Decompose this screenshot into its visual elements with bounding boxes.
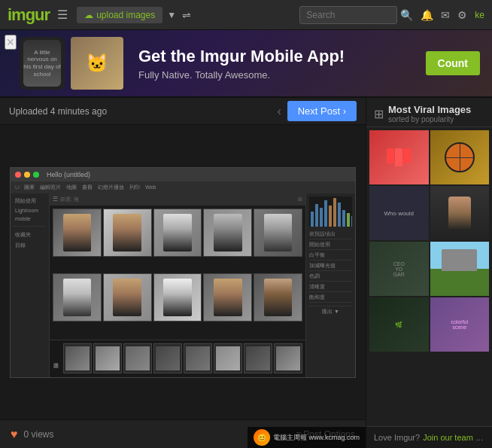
lr-film-1[interactable] [63, 343, 92, 373]
lr-thumb-3[interactable] [153, 209, 202, 258]
lr-right-item-4: 加減曝光值 [309, 261, 352, 271]
lr-histogram [309, 197, 352, 227]
lr-photo-grid [50, 206, 305, 340]
envelope-icon[interactable]: ✉ [441, 9, 450, 21]
lr-filmstrip: 篩選 [50, 340, 305, 377]
sidebar-thumb-8[interactable]: colorfulscene [430, 297, 490, 352]
search-icon[interactable]: 🔍 [400, 9, 413, 21]
upload-button[interactable]: ☁ upload images [77, 7, 162, 23]
sidebar-thumb-5[interactable]: CEOYOGAR [369, 242, 429, 296]
header-icons: 🔔 ✉ ⚙ ke [421, 9, 484, 21]
lr-left-item-3: mobile [14, 215, 46, 222]
lr-toolbar-label: 篩選: 無 [60, 196, 79, 203]
love-text: Love Imgur? [374, 433, 420, 442]
lr-left-item-5: 目錄 [14, 241, 46, 250]
sidebar-thumb-2[interactable] [430, 130, 490, 184]
bell-icon[interactable]: 🔔 [421, 9, 433, 21]
lr-titlebar: Hello (untitled) [11, 168, 355, 181]
join-link[interactable]: Join our team [423, 433, 473, 442]
lr-left-item-2: Lightroom [14, 207, 46, 214]
lr-thumb-8[interactable] [153, 273, 202, 322]
lr-thumb-4[interactable] [203, 209, 252, 258]
lr-left-panel: 開始使用 Lightroom mobile 收藏夾 目錄 [11, 194, 50, 377]
lr-thumb-6[interactable] [53, 273, 102, 322]
upload-cloud-icon: ☁ [84, 10, 93, 20]
sidebar-thumb-6[interactable] [430, 242, 490, 296]
ad-cta-button[interactable]: Count [426, 51, 480, 75]
lr-film-5[interactable] [184, 343, 212, 373]
lr-film-3[interactable] [123, 343, 152, 373]
lr-center: ☰ 篩選: 無 ⊞ [50, 194, 305, 377]
lr-submit-label: 匯出 ▼ [309, 308, 352, 315]
lr-menu-bar: Lr 圖庫 編輯照片 地圖 書冊 幻燈片播放 列印 Web [11, 181, 355, 194]
sidebar-thumbnails-grid: Who would CEOYOGAR [366, 127, 492, 355]
lr-menu-web[interactable]: Web [143, 184, 158, 190]
ad-text-block: Get the Imgur Mobile App! Fully Native. … [138, 47, 414, 81]
lr-film-2[interactable] [93, 343, 122, 373]
sidebar-grid-icon: ⊞ [374, 107, 384, 121]
ad-subtitle: Fully Native. Totally Awesome. [138, 69, 414, 81]
user-label[interactable]: ke [475, 10, 484, 20]
lightroom-window: Hello (untitled) Lr 圖庫 編輯照片 地圖 書冊 幻燈片播放 … [10, 167, 356, 378]
lr-thumb-7[interactable] [103, 273, 152, 322]
lr-film-7[interactable] [244, 343, 272, 373]
lr-film-8[interactable] [274, 343, 302, 373]
ad-title: Get the Imgur Mobile App! [138, 47, 414, 66]
post-next-button[interactable]: Next Post › [287, 101, 357, 121]
lr-close-dot[interactable] [15, 172, 21, 178]
gear-icon[interactable]: ⚙ [457, 9, 467, 21]
lr-toolbar: ☰ 篩選: 無 ⊞ [50, 194, 305, 206]
lr-submit-bar: 匯出 ▼ [309, 306, 352, 315]
sidebar-title: Most Viral Images [388, 104, 471, 115]
sidebar-thumb-1[interactable] [369, 130, 429, 184]
lr-left-item-1: 開始使用 [14, 197, 46, 206]
lr-left-item-4: 收藏夾 [14, 230, 46, 239]
lr-grid-icon[interactable]: ⊞ [298, 197, 302, 203]
lr-film-4[interactable] [153, 343, 182, 373]
lr-right-item-5: 色調 [309, 272, 352, 282]
lr-thumb-2[interactable] [103, 209, 152, 258]
lr-film-6[interactable] [214, 343, 242, 373]
sidebar-thumb-7[interactable]: 🌿 [369, 297, 429, 352]
post-meta-bar: Uploaded 4 minutes ago ‹ Next Post › [0, 98, 366, 125]
lr-thumb-9[interactable] [203, 273, 252, 322]
logo[interactable]: imgur [8, 5, 50, 25]
love-bar: Love Imgur? Join our team ... [366, 426, 492, 448]
content-area: Uploaded 4 minutes ago ‹ Next Post › Hel… [0, 98, 366, 448]
heart-button[interactable]: ♥ [11, 428, 18, 441]
right-sidebar: ⊞ Most Viral Images sorted by popularity [366, 98, 492, 448]
lr-right-item-1: 依預設頃出 [309, 230, 352, 239]
lr-menu-book[interactable]: 書冊 [80, 184, 95, 191]
ad-phone-inner: A little nervous on his first day of sch… [23, 40, 61, 87]
lr-right-item-2: 開始使用 [309, 240, 352, 250]
lr-right-item-3: 白平衡 [309, 251, 352, 261]
shuffle-icon[interactable]: ⇌ [182, 9, 191, 21]
lr-maximize-dot[interactable] [33, 172, 39, 178]
lr-thumb-5[interactable] [254, 209, 302, 258]
sidebar-thumb-3[interactable]: Who would [369, 186, 429, 240]
post-timestamp: Uploaded 4 minutes ago [9, 106, 271, 117]
post-prev-button[interactable]: ‹ [271, 102, 287, 121]
lr-menu-lib[interactable]: 編輯照片 [38, 184, 63, 191]
sidebar-thumb-4[interactable] [430, 186, 490, 240]
search-input[interactable] [299, 6, 397, 24]
lr-thumb-1[interactable] [53, 209, 102, 258]
main-layout: Uploaded 4 minutes ago ‹ Next Post › Hel… [0, 98, 492, 448]
menu-icon[interactable]: ☰ [57, 8, 68, 22]
header: imgur ☰ ☁ upload images ▼ ⇌ 🔍 🔔 ✉ ⚙ ke [0, 0, 492, 30]
ad-close-button[interactable]: ✕ [5, 35, 17, 50]
lr-menu-print[interactable]: 列印 [127, 184, 142, 191]
lr-minimize-dot[interactable] [24, 172, 30, 178]
ad-banner: ✕ A little nervous on his first day of s… [0, 30, 492, 98]
ad-phone-image: A little nervous on his first day of sch… [20, 37, 65, 90]
lr-divider [14, 226, 46, 227]
lr-title: Hello (untitled) [47, 171, 90, 178]
lr-menu-edit[interactable]: 圖庫 [22, 184, 37, 191]
watermark-text: 電腦主周報 www.kcmag.com [273, 433, 360, 443]
lr-thumb-10[interactable] [254, 273, 302, 322]
lr-menu-slideshow[interactable]: 幻燈片播放 [96, 184, 126, 191]
lr-menu-map[interactable]: 地圖 [64, 184, 79, 191]
love-ellipsis: ... [476, 433, 483, 442]
image-frame: Hello (untitled) Lr 圖庫 編輯照片 地圖 書冊 幻燈片播放 … [0, 125, 366, 419]
upload-dropdown-button[interactable]: ▼ [167, 10, 176, 20]
